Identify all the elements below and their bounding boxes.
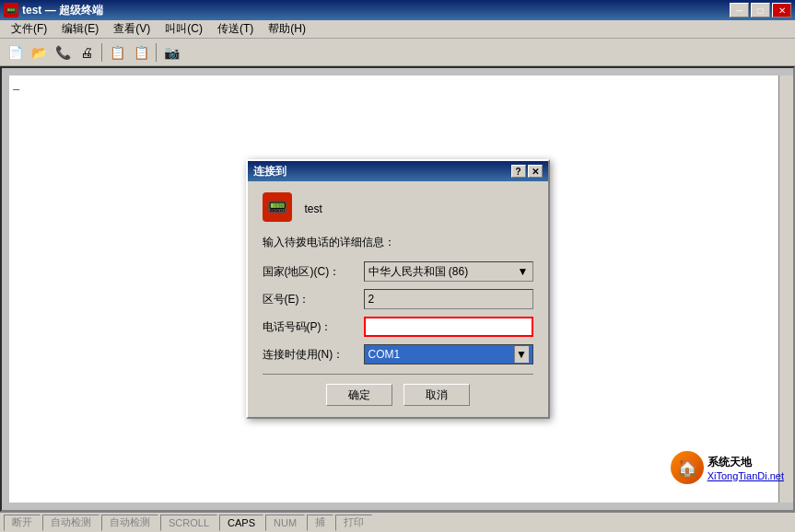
toolbar-separator (101, 43, 102, 62)
dialog-title-bar: 连接到 ? ✕ (248, 161, 548, 181)
status-disconnect: 断开 (4, 515, 41, 531)
toolbar-separator-2 (156, 43, 157, 62)
com-value: COM1 (368, 348, 514, 361)
watermark-line2: XiTongTianDi.net (707, 470, 784, 481)
minimize-button[interactable]: ─ (730, 3, 749, 17)
status-num: NUM (265, 515, 305, 531)
status-capture: 捕 (307, 515, 333, 531)
dialog-body: 📟 test 输入待拨电话的详细信息： 国家(地区)(C)： 中华人民共和国 (… (248, 181, 548, 417)
status-auto2: 自动检测 (101, 515, 158, 531)
status-caps: CAPS (219, 515, 263, 531)
com-dropdown-arrow: ▼ (514, 346, 529, 363)
country-value: 中华人民共和国 (86) (368, 264, 469, 280)
menu-transfer[interactable]: 传送(T) (210, 19, 261, 39)
cancel-button[interactable]: 取消 (403, 384, 470, 406)
phone-label: 电话号码(P)： (263, 319, 364, 335)
phone-control (364, 317, 533, 337)
dialog-help-button[interactable]: ? (511, 165, 526, 178)
dialog-divider (263, 374, 533, 375)
watermark-logo: 🏠 (671, 451, 704, 484)
menu-bar: 文件(F) 编辑(E) 查看(V) 叫叫(C) 传送(T) 帮助(H) (0, 20, 795, 39)
window-title: test — 超级终端 (22, 3, 730, 18)
dialog-description: 输入待拨电话的详细信息： (263, 235, 533, 250)
window-controls: ─ □ ✕ (730, 3, 791, 17)
title-bar: 📟 test — 超级终端 ─ □ ✕ (0, 0, 795, 20)
new-button[interactable]: 📄 (4, 41, 26, 64)
watermark-line1: 系统天地 (707, 455, 784, 470)
area-code-row: 区号(E)： (263, 289, 533, 309)
status-print: 打印 (335, 515, 372, 531)
status-scroll: SCROLL (160, 515, 217, 531)
maximize-button[interactable]: □ (751, 3, 770, 17)
connect-dialog: 连接到 ? ✕ 📟 test 输入待拨电话的详细信息： (246, 159, 550, 419)
watermark: 🏠 系统天地 XiTongTianDi.net (671, 451, 784, 484)
menu-help[interactable]: 帮助(H) (261, 19, 313, 39)
country-label: 国家(地区)(C)： (263, 264, 364, 280)
paste-button[interactable]: 📋 (130, 41, 152, 64)
menu-file[interactable]: 文件(F) (4, 19, 54, 39)
menu-view[interactable]: 查看(V) (106, 19, 158, 39)
area-control (364, 289, 533, 309)
properties-button[interactable]: 📷 (160, 41, 182, 64)
print-button[interactable]: 🖨 (76, 41, 98, 64)
phone-row: 电话号码(P)： (263, 317, 533, 337)
toolbar: 📄 📂 📞 🖨 📋 📋 📷 (0, 39, 795, 66)
app-icon: 📟 (4, 3, 18, 17)
phone-icon: 📟 (263, 192, 292, 222)
connect-button[interactable]: 📞 (52, 41, 74, 64)
ok-button[interactable]: 确定 (326, 384, 392, 406)
country-row: 国家(地区)(C)： 中华人民共和国 (86) ▼ (263, 261, 533, 282)
country-dropdown-arrow: ▼ (518, 265, 529, 278)
country-control: 中华人民共和国 (86) ▼ (364, 261, 533, 282)
dialog-header: 📟 test (263, 192, 533, 226)
connect-row: 连接时使用(N)： COM1 ▼ (263, 344, 533, 364)
open-button[interactable]: 📂 (28, 41, 50, 64)
area-input[interactable] (364, 289, 533, 309)
main-area: _ 连接到 ? ✕ 📟 test (0, 66, 795, 512)
close-button[interactable]: ✕ (772, 3, 791, 17)
watermark-text: 系统天地 XiTongTianDi.net (707, 455, 784, 481)
connect-control: COM1 ▼ (364, 344, 533, 364)
status-bar: 断开 自动检测 自动检测 SCROLL CAPS NUM 捕 打印 (0, 512, 795, 532)
dialog-overlay: 连接到 ? ✕ 📟 test 输入待拨电话的详细信息： (2, 68, 793, 510)
connect-label: 连接时使用(N)： (263, 347, 364, 363)
copy-button[interactable]: 📋 (106, 41, 128, 64)
connection-name: test (305, 202, 322, 215)
dialog-buttons: 确定 取消 (263, 384, 533, 406)
menu-edit[interactable]: 编辑(E) (54, 19, 106, 39)
phone-input[interactable] (364, 317, 533, 337)
status-auto1: 自动检测 (42, 515, 99, 531)
menu-call[interactable]: 叫叫(C) (158, 19, 210, 39)
country-select[interactable]: 中华人民共和国 (86) ▼ (364, 261, 533, 282)
area-label: 区号(E)： (263, 292, 364, 307)
dialog-icon: 📟 (263, 192, 296, 226)
com-select[interactable]: COM1 ▼ (364, 344, 533, 364)
dialog-title: 连接到 (253, 164, 511, 179)
dialog-title-buttons: ? ✕ (511, 165, 543, 178)
dialog-close-button[interactable]: ✕ (528, 165, 543, 178)
